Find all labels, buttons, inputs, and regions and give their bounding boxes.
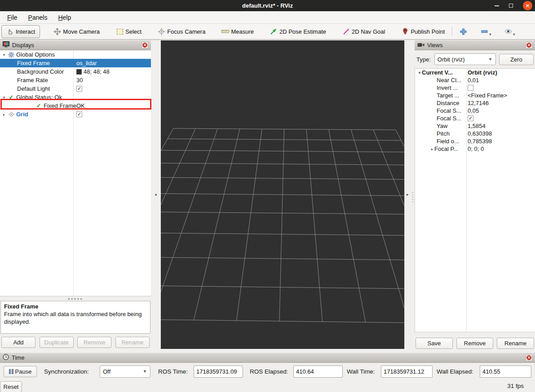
view-row-current-view[interactable]: ▾ Current V... Orbit (rviz): [415, 69, 535, 76]
tree-row-global-status[interactable]: ▾ ✓ Global Status: Ok: [0, 93, 151, 101]
color-swatch: [76, 69, 82, 75]
tree-row-fixed-frame[interactable]: Fixed Frame os_lidar: [0, 59, 151, 67]
yaw-value[interactable]: 1,5854: [468, 122, 486, 130]
background-color-value[interactable]: 48; 48; 48: [84, 68, 110, 75]
fps-counter: 31 fps: [507, 383, 524, 389]
reset-button[interactable]: Reset: [0, 381, 22, 392]
pose-estimate-arrow-icon: [270, 28, 278, 35]
move-camera-icon: [53, 28, 61, 35]
view-row-distance[interactable]: Distance 12,7146: [415, 99, 535, 107]
tool-2d-pose-estimate[interactable]: 2D Pose Estimate: [267, 26, 329, 37]
save-view-button[interactable]: Save: [416, 338, 453, 349]
zoom-out-dropdown-arrow[interactable]: ▾: [489, 32, 491, 36]
time-panel-header[interactable]: Time ✕: [0, 353, 535, 363]
wall-elapsed-field[interactable]: [480, 366, 531, 378]
right-splitter[interactable]: ▸: [404, 40, 415, 349]
rename-view-button[interactable]: Rename: [497, 338, 534, 349]
zoom-out-button[interactable]: ▾: [478, 26, 494, 37]
wall-time-field[interactable]: [381, 366, 433, 378]
add-button[interactable]: Add: [1, 337, 35, 348]
default-light-checkbox[interactable]: ✓: [76, 86, 82, 92]
rename-button[interactable]: Rename: [115, 337, 150, 348]
view-row-focal-point[interactable]: ▸ Focal P... 0; 0; 0: [415, 145, 535, 153]
tool-select[interactable]: Select: [113, 26, 144, 37]
tool-interact[interactable]: Interact: [1, 25, 40, 38]
help-splitter-handle[interactable]: ●●●●●: [0, 296, 151, 301]
pitch-value[interactable]: 0,630398: [468, 130, 492, 137]
view-row-focal-shape-fixed[interactable]: Focal S... ✓: [415, 115, 535, 122]
zero-button[interactable]: Zero: [499, 54, 534, 65]
tool-move-camera[interactable]: Move Camera: [51, 26, 102, 37]
view-row-field-of-view[interactable]: Field o... 0,785398: [415, 137, 535, 145]
tree-row-frame-rate[interactable]: Frame Rate 30: [0, 76, 151, 84]
tree-row-fixed-frame-status[interactable]: ✓ Fixed Frame OK: [0, 101, 151, 110]
tool-measure[interactable]: Measure: [219, 26, 256, 37]
menu-file[interactable]: File: [3, 13, 22, 22]
measure-ruler-icon: [221, 28, 229, 35]
ros-elapsed-field[interactable]: [293, 366, 343, 378]
render-viewport[interactable]: [161, 40, 404, 349]
view-row-target-frame[interactable]: Target ... <Fixed Frame>: [415, 92, 535, 99]
expander-icon[interactable]: ▾: [2, 53, 6, 57]
chevron-down-icon: ▼: [143, 369, 147, 374]
focal-shape-fixed-checkbox[interactable]: ✓: [468, 115, 473, 121]
collapse-left-icon[interactable]: ◂: [155, 192, 157, 197]
view-type-combo[interactable]: Orbit (rviz)▼: [434, 53, 496, 65]
left-splitter[interactable]: ◂: [151, 40, 161, 349]
focal-shape-size-value[interactable]: 0,05: [468, 107, 479, 115]
close-window-button[interactable]: ✕: [523, 1, 532, 10]
fixed-frame-value[interactable]: os_lidar: [76, 59, 97, 67]
tool-publish-point[interactable]: Publish Point: [398, 26, 447, 37]
zoom-in-button[interactable]: [457, 26, 470, 37]
focal-point-value[interactable]: 0; 0; 0: [468, 145, 484, 153]
panel-close-icon: ✕: [526, 355, 531, 360]
sync-combo[interactable]: Off▼: [100, 366, 150, 378]
duplicate-button[interactable]: Duplicate: [40, 337, 74, 348]
displays-buttons: Add Duplicate Remove Rename: [0, 337, 151, 348]
view-row-focal-shape-size[interactable]: Focal S... 0,05: [415, 107, 535, 115]
minimize-button[interactable]: [495, 5, 499, 6]
tree-row-global-options[interactable]: ▾ Global Options: [0, 50, 151, 59]
remove-view-button[interactable]: Remove: [456, 338, 494, 349]
distance-value[interactable]: 12,7146: [468, 99, 489, 107]
tree-row-default-light[interactable]: Default Light ✓: [0, 84, 151, 93]
view-row-invert-z[interactable]: Invert ...: [415, 84, 535, 92]
maximize-button[interactable]: [509, 4, 513, 8]
target-frame-value[interactable]: <Fixed Frame>: [468, 92, 507, 99]
invert-z-checkbox[interactable]: [468, 85, 473, 91]
menu-panels[interactable]: Panels: [24, 13, 52, 22]
field-of-view-value[interactable]: 0,785398: [468, 137, 492, 145]
collapse-right-icon[interactable]: ▸: [407, 192, 409, 197]
grid-enabled-checkbox[interactable]: ✓: [76, 111, 82, 117]
expander-icon[interactable]: ▾: [417, 70, 422, 75]
ros-time-label: ROS Time:: [158, 368, 188, 375]
ros-time-field[interactable]: [194, 366, 243, 378]
titlebar[interactable]: default.rviz* - RViz ✕: [0, 0, 535, 11]
frame-rate-value[interactable]: 30: [76, 76, 83, 84]
expander-icon[interactable]: ▸: [2, 112, 6, 117]
displays-close-button[interactable]: ✕: [141, 42, 148, 48]
visibility-button[interactable]: ▾: [502, 26, 517, 37]
expander-icon[interactable]: ▸: [430, 147, 434, 151]
views-close-button[interactable]: ✕: [526, 42, 532, 48]
pause-button[interactable]: Pause: [4, 366, 37, 377]
views-panel-title: Views: [427, 42, 442, 48]
tree-row-background-color[interactable]: Background Color 48; 48; 48: [0, 67, 151, 76]
near-clip-value[interactable]: 0,01: [468, 76, 479, 84]
remove-button[interactable]: Remove: [77, 337, 111, 348]
view-row-yaw[interactable]: Yaw 1,5854: [415, 122, 535, 130]
menu-help[interactable]: Help: [53, 13, 75, 22]
view-row-near-clip[interactable]: Near Cl... 0,01: [415, 76, 535, 84]
view-type-row: Type: Orbit (rviz)▼ Zero: [415, 53, 535, 66]
tool-focus-camera[interactable]: Focus Camera: [155, 26, 208, 37]
tool-2d-nav-goal[interactable]: 2D Nav Goal: [340, 26, 388, 37]
grid-3d[interactable]: [161, 40, 404, 349]
view-row-pitch[interactable]: Pitch 0,630398: [415, 130, 535, 137]
expander-icon[interactable]: ▾: [2, 95, 6, 100]
time-close-button[interactable]: ✕: [526, 354, 532, 361]
displays-panel-header[interactable]: Displays ✕: [0, 40, 151, 50]
views-panel-header[interactable]: Views ✕: [415, 40, 535, 50]
close-icon: ✕: [525, 3, 530, 9]
visibility-dropdown-arrow[interactable]: ▾: [513, 32, 515, 36]
tree-row-grid[interactable]: ▸ Grid ✓: [0, 110, 151, 119]
